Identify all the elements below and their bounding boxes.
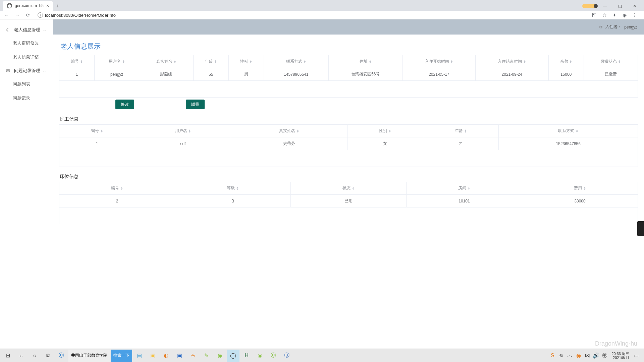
- taskview-icon[interactable]: ⧉: [42, 350, 54, 362]
- column-header[interactable]: 年龄▲▼: [193, 55, 228, 68]
- sidebar-item-issue-list[interactable]: 问题列表: [0, 77, 53, 91]
- sort-icon[interactable]: ▲▼: [450, 60, 453, 63]
- chrome-icon[interactable]: ◯: [227, 350, 239, 362]
- new-tab-button[interactable]: +: [53, 1, 62, 11]
- column-header[interactable]: 用户名▲▼: [95, 55, 139, 68]
- table-row[interactable]: 1sdf史蒂芬女2115236547856: [59, 137, 638, 150]
- column-header[interactable]: 等级▲▼: [175, 182, 291, 195]
- sort-icon[interactable]: ▲▼: [369, 60, 372, 63]
- volume-icon[interactable]: 🔊: [592, 350, 600, 362]
- sort-icon[interactable]: ▲▼: [120, 187, 123, 190]
- sort-icon[interactable]: ▲▼: [468, 187, 470, 190]
- sort-icon[interactable]: ▲▼: [236, 187, 239, 190]
- menu-icon[interactable]: ⋮: [631, 11, 639, 19]
- column-header[interactable]: 入住结束时间▲▼: [476, 55, 548, 68]
- column-header[interactable]: 性别▲▼: [347, 125, 423, 137]
- column-header[interactable]: 真实姓名▲▼: [139, 55, 193, 68]
- close-window-button[interactable]: ✕: [628, 1, 641, 11]
- sort-icon[interactable]: ▲▼: [80, 60, 83, 63]
- column-header[interactable]: 编号▲▼: [59, 125, 135, 137]
- taskbar-app-ie[interactable]: 井冈山干部教育学院: [68, 350, 110, 362]
- column-header[interactable]: 状态▲▼: [291, 182, 407, 195]
- column-header[interactable]: 余额▲▼: [548, 55, 584, 68]
- minimize-button[interactable]: —: [598, 1, 612, 11]
- sort-icon[interactable]: ▲▼: [304, 60, 306, 63]
- star-icon[interactable]: ☆: [600, 11, 608, 19]
- back-button[interactable]: ←: [3, 11, 11, 19]
- sort-icon[interactable]: ▲▼: [352, 187, 355, 190]
- column-header[interactable]: 入住开始时间▲▼: [402, 55, 475, 68]
- sort-icon[interactable]: ▲▼: [174, 60, 176, 63]
- start-button[interactable]: ⊞: [1, 350, 14, 362]
- close-tab-icon[interactable]: ×: [46, 3, 49, 8]
- column-header[interactable]: 费用▲▼: [522, 182, 638, 195]
- taskbar-app-4[interactable]: ▣: [173, 350, 186, 362]
- sidebar-item-password[interactable]: 老人密码修改: [0, 36, 53, 50]
- sort-icon[interactable]: ▲▼: [297, 129, 299, 133]
- sort-icon[interactable]: ▲▼: [122, 60, 125, 63]
- column-header[interactable]: 房间▲▼: [407, 182, 522, 195]
- column-header[interactable]: 年龄▲▼: [423, 125, 499, 137]
- ime-icon[interactable]: ㊥: [601, 350, 609, 362]
- column-header[interactable]: 编号▲▼: [59, 55, 95, 68]
- key-icon[interactable]: ⚿: [590, 11, 598, 19]
- reload-button[interactable]: ⟳: [24, 11, 32, 19]
- clock[interactable]: 20:33 周三 2021/8/11: [609, 352, 631, 360]
- table-row[interactable]: 1pengyz彭燕组55男14578965541台湾雄安区56号2021-05-…: [59, 68, 638, 81]
- table-row[interactable]: 2B已用1010138000: [59, 195, 638, 207]
- wifi-icon[interactable]: ⋈: [583, 350, 591, 362]
- taskbar-app-5[interactable]: ✳: [186, 350, 199, 362]
- sort-icon[interactable]: ▲▼: [570, 60, 572, 63]
- taskbar-app-7[interactable]: ◉: [213, 350, 226, 362]
- site-info-icon[interactable]: i: [38, 12, 43, 18]
- search-icon[interactable]: ⌕: [15, 350, 28, 362]
- browser-tab[interactable]: ⬤ gerocomium_h5 ×: [3, 1, 53, 11]
- sort-icon[interactable]: ▲▼: [388, 129, 391, 133]
- taskbar-app-6[interactable]: ✎: [200, 350, 213, 362]
- forward-button[interactable]: →: [13, 11, 21, 19]
- sidebar-item-info[interactable]: 老人信息详情: [0, 50, 53, 64]
- column-header[interactable]: 真实姓名▲▼: [231, 125, 347, 137]
- modify-button[interactable]: 修改: [115, 100, 134, 109]
- url-bar[interactable]: i localhost:8080/OlderHome/OlderInfo: [35, 12, 588, 18]
- taskbar-app-8[interactable]: H: [240, 350, 253, 362]
- taskbar-search[interactable]: 搜索一下: [111, 350, 132, 362]
- sort-icon[interactable]: ▲▼: [250, 60, 252, 63]
- column-header[interactable]: 联系方式▲▼: [499, 125, 638, 137]
- notification-icon[interactable]: ▭: [632, 350, 640, 362]
- sort-icon[interactable]: ▲▼: [618, 60, 621, 63]
- column-header[interactable]: 用户名▲▼: [135, 125, 231, 137]
- profile-icon[interactable]: ◉: [621, 11, 629, 19]
- sort-icon[interactable]: ▲▼: [523, 60, 526, 63]
- column-header[interactable]: 性别▲▼: [228, 55, 264, 68]
- column-header[interactable]: 联系方式▲▼: [264, 55, 328, 68]
- column-header[interactable]: 缴费状态▲▼: [584, 55, 638, 68]
- sort-icon[interactable]: ▲▼: [464, 129, 467, 133]
- cortana-icon[interactable]: ○: [28, 350, 41, 362]
- taskbar-app-9[interactable]: ◉: [254, 350, 266, 362]
- tray-up-icon[interactable]: ︿: [566, 350, 574, 362]
- gear-icon[interactable]: ⚙: [599, 25, 603, 29]
- sort-icon[interactable]: ▲▼: [189, 129, 191, 133]
- extensions-icon[interactable]: ✦: [610, 11, 619, 19]
- tray-icon-1[interactable]: S: [548, 350, 556, 362]
- sidebar-item-issue-record[interactable]: 问题记录: [0, 91, 53, 105]
- maximize-button[interactable]: ▢: [613, 1, 627, 11]
- sort-icon[interactable]: ▲▼: [214, 60, 217, 63]
- side-badge[interactable]: [637, 221, 644, 236]
- taskbar-app-3[interactable]: ◐: [160, 350, 172, 362]
- taskbar-app-11[interactable]: ⓤ: [280, 350, 293, 362]
- sort-icon[interactable]: ▲▼: [576, 129, 578, 133]
- ie-icon[interactable]: ⓔ: [55, 350, 68, 362]
- column-header[interactable]: 住址▲▼: [328, 55, 402, 68]
- sort-icon[interactable]: ▲▼: [100, 129, 103, 133]
- sidebar-group-elder[interactable]: ☾ 老人信息管理 ︿: [0, 23, 53, 36]
- taskbar-app-1[interactable]: ▤: [133, 350, 146, 362]
- tray-people-icon[interactable]: ☺: [557, 350, 565, 362]
- taskbar-app-10[interactable]: ⓔ: [267, 350, 280, 362]
- sort-icon[interactable]: ▲▼: [583, 187, 586, 190]
- tray-icon-2[interactable]: ◉: [575, 350, 583, 362]
- explorer-icon[interactable]: ▣: [146, 350, 159, 362]
- column-header[interactable]: 编号▲▼: [59, 182, 175, 195]
- sidebar-group-issue[interactable]: ✉ 问题记录管理 ︿: [0, 64, 53, 77]
